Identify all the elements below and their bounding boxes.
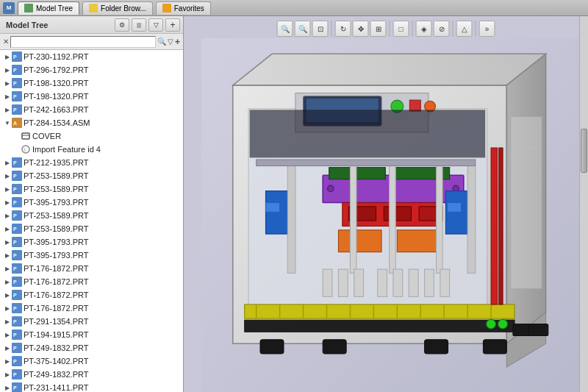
tree-label: PT-253-1589.PRT xyxy=(24,185,88,193)
svg-rect-120 xyxy=(250,110,484,157)
tree-arrow-5[interactable] xyxy=(3,105,12,114)
pan-btn[interactable]: ✥ xyxy=(353,21,369,37)
tree-item[interactable]: PPT-291-1354.PRT xyxy=(0,315,183,328)
more-btn[interactable]: » xyxy=(479,21,495,37)
svg-point-118 xyxy=(498,319,508,329)
tree-arrow-2[interactable] xyxy=(3,65,12,74)
viewport-scrollbar[interactable] xyxy=(579,16,588,392)
tree-arrow-19[interactable] xyxy=(3,291,12,299)
tree-arrow-22[interactable] xyxy=(3,330,12,339)
tree-item[interactable]: PPT-230-1192.PRT xyxy=(0,50,183,63)
tree-item[interactable]: PPT-375-1402.PRT xyxy=(0,354,183,368)
tree-container[interactable]: PPT-230-1192.PRTPPT-296-1792.PRTPPT-198-… xyxy=(0,50,183,392)
add-item-btn[interactable]: + xyxy=(175,37,180,47)
tree-item[interactable]: PPT-395-1793.PRT xyxy=(0,196,183,209)
tree-label: PT-291-1354.PRT xyxy=(24,317,88,326)
scrollbar-thumb[interactable] xyxy=(581,129,587,173)
tab-favorites[interactable]: Favorites xyxy=(156,1,211,15)
zoom-fit-btn[interactable]: ⊡ xyxy=(312,21,329,37)
tree-item[interactable]: PPT-249-1832.PRT xyxy=(0,368,183,381)
tree-arrow-13[interactable] xyxy=(3,211,12,220)
prt-icon: P xyxy=(12,303,22,313)
named-view-btn[interactable]: □ xyxy=(393,21,409,37)
tree-arrow-3[interactable] xyxy=(3,79,12,88)
tree-item[interactable]: PPT-253-1589.PRT xyxy=(0,209,183,222)
tab-model-tree[interactable]: Model Tree xyxy=(18,1,79,15)
tree-label: PT-231-1411.PRT xyxy=(24,383,88,392)
tree-arrow-17[interactable] xyxy=(3,264,12,273)
tree-item[interactable]: PPT-253-1589.PRT xyxy=(0,182,183,196)
tree-arrow-6[interactable] xyxy=(3,118,12,127)
tree-arrow-14[interactable] xyxy=(3,224,12,233)
tree-arrow-12[interactable] xyxy=(3,198,12,207)
filter-icon[interactable]: ▽ xyxy=(168,38,173,46)
tree-item[interactable]: PPT-253-1589.PRT xyxy=(0,222,183,235)
tree-arrow-18[interactable] xyxy=(3,277,12,286)
tree-item[interactable]: PPT-242-1663.PRT xyxy=(0,103,183,116)
folder-tab-icon xyxy=(89,4,98,13)
analyze-btn[interactable]: △ xyxy=(456,21,473,37)
tree-item[interactable]: PPT-395-1793.PRT xyxy=(0,235,183,249)
svg-rect-84 xyxy=(350,163,356,273)
tree-filter-btn[interactable]: ▽ xyxy=(148,18,163,32)
tree-arrow-4[interactable] xyxy=(3,92,12,101)
close-search-icon[interactable]: ✕ xyxy=(3,38,9,46)
zoom-area-btn[interactable]: ⊞ xyxy=(370,21,387,37)
tree-arrow-23[interactable] xyxy=(3,343,12,352)
tree-item[interactable]: PPT-198-1320.PRT xyxy=(0,76,183,90)
tree-item[interactable]: PPT-212-1935.PRT xyxy=(0,156,183,169)
tree-item[interactable]: PPT-395-1793.PRT xyxy=(0,249,183,262)
section-btn[interactable]: ⊘ xyxy=(434,21,450,37)
tree-item[interactable]: COVER xyxy=(0,129,183,143)
tree-item[interactable]: PPT-176-1872.PRT xyxy=(0,302,183,315)
tree-arrow-11[interactable] xyxy=(3,185,12,193)
tree-arrow-20[interactable] xyxy=(3,304,12,313)
tree-arrow-15[interactable] xyxy=(3,238,12,246)
tree-item[interactable]: PPT-253-1589.PRT xyxy=(0,169,183,182)
zoom-out-btn[interactable]: 🔍 xyxy=(295,21,311,37)
svg-rect-96 xyxy=(245,304,514,318)
tree-label: PT-296-1792.PRT xyxy=(24,65,88,74)
tree-item[interactable]: APT-284-1534.ASM xyxy=(0,116,183,129)
svg-text:P: P xyxy=(13,54,17,60)
tree-arrow-26[interactable] xyxy=(3,383,12,392)
svg-rect-81 xyxy=(338,230,381,252)
tree-item[interactable]: PPT-249-1832.PRT xyxy=(0,341,183,354)
svg-rect-108 xyxy=(245,320,514,332)
prt-icon: P xyxy=(12,237,22,247)
prt-icon: P xyxy=(12,171,22,181)
tree-item[interactable]: PPT-198-1320.PRT xyxy=(0,90,183,103)
search-glass-icon[interactable]: 🔍 xyxy=(157,38,166,46)
tree-arrow-21[interactable] xyxy=(3,317,12,326)
tree-item[interactable]: PPT-176-1872.PRT xyxy=(0,275,183,288)
tree-item[interactable]: PPT-231-1411.PRT xyxy=(0,381,183,392)
viewport-toolbar: 🔍 🔍 ⊡ ↻ ✥ ⊞ □ ◈ ⊘ △ » xyxy=(277,21,495,37)
rotate-btn[interactable]: ↻ xyxy=(335,21,351,37)
tree-item[interactable]: PPT-176-1872.PRT xyxy=(0,288,183,302)
tree-add-btn[interactable]: + xyxy=(165,18,180,32)
svg-point-117 xyxy=(487,319,496,329)
viewport[interactable]: 🔍 🔍 ⊡ ↻ ✥ ⊞ □ ◈ ⊘ △ » xyxy=(184,16,588,392)
tree-arrow-25[interactable] xyxy=(3,370,12,379)
tree-item[interactable]: PPT-176-1872.PRT xyxy=(0,262,183,275)
tree-arrow-8[interactable] xyxy=(12,145,21,154)
model-tree-tab-icon xyxy=(24,4,33,13)
tree-label: PT-230-1192.PRT xyxy=(24,52,88,61)
tree-item[interactable]: PPT-296-1792.PRT xyxy=(0,63,183,76)
tree-label: Import Feature id 4 xyxy=(32,145,101,154)
zoom-in-btn[interactable]: 🔍 xyxy=(277,21,293,37)
tree-arrow-1[interactable] xyxy=(3,52,12,61)
search-input[interactable] xyxy=(10,36,156,48)
settings-btn[interactable]: ⚙ xyxy=(115,18,129,32)
tree-arrow-24[interactable] xyxy=(3,357,12,366)
tree-item[interactable]: iImport Feature id 4 xyxy=(0,143,183,156)
tab-folder-browser[interactable]: Folder Brow... xyxy=(82,1,153,15)
tree-arrow-10[interactable] xyxy=(3,171,12,180)
svg-point-14 xyxy=(22,146,29,153)
tree-arrow-9[interactable] xyxy=(3,158,12,167)
columns-btn[interactable]: ||| xyxy=(132,18,146,32)
tree-arrow-7[interactable] xyxy=(12,132,21,140)
tree-item[interactable]: PPT-194-1915.PRT xyxy=(0,328,183,341)
tree-arrow-16[interactable] xyxy=(3,251,12,260)
display-style-btn[interactable]: ◈ xyxy=(416,21,432,37)
